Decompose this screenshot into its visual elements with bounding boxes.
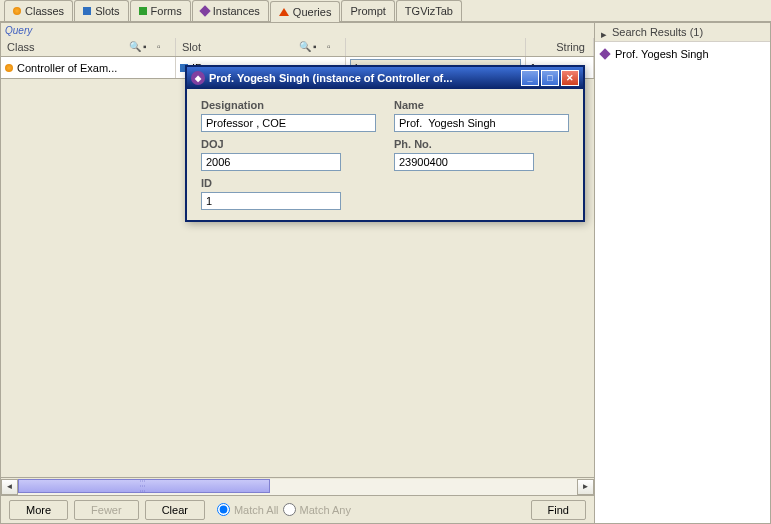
- scroll-track[interactable]: [18, 479, 577, 495]
- instance-icon: [199, 5, 210, 16]
- tab-label: Slots: [95, 5, 119, 17]
- query-icon: [279, 8, 289, 16]
- field-designation: Designation: [201, 99, 376, 132]
- collapse-icon[interactable]: ▸: [601, 28, 609, 36]
- search-results-panel: ▸ Search Results (1) Prof. Yogesh Singh: [595, 22, 771, 524]
- slot-header-icons[interactable]: 🔍▪▫: [299, 41, 339, 53]
- minimize-button[interactable]: _: [521, 70, 539, 86]
- tab-label: Classes: [25, 5, 64, 17]
- doj-input[interactable]: [201, 153, 341, 171]
- scroll-thumb[interactable]: [18, 479, 270, 493]
- match-radio-group: Match All Match Any: [215, 503, 351, 516]
- designation-label: Designation: [201, 99, 376, 111]
- phone-label: Ph. No.: [394, 138, 569, 150]
- tab-label: Prompt: [350, 5, 385, 17]
- designation-input[interactable]: [201, 114, 376, 132]
- class-icon: [5, 64, 13, 72]
- search-results-header: ▸ Search Results (1): [595, 23, 770, 42]
- tab-instances[interactable]: Instances: [192, 0, 269, 21]
- tab-label: Queries: [293, 6, 332, 18]
- header-string: String: [526, 38, 594, 56]
- field-doj: DOJ: [201, 138, 376, 171]
- search-results-list: Prof. Yogesh Singh: [595, 42, 770, 523]
- field-phone: Ph. No.: [394, 138, 569, 171]
- tab-prompt[interactable]: Prompt: [341, 0, 394, 21]
- header-class: Class 🔍▪▫: [1, 38, 176, 56]
- match-all-radio[interactable]: [217, 503, 230, 516]
- tab-label: TGVizTab: [405, 5, 453, 17]
- class-icon: [13, 7, 21, 15]
- search-result-label: Prof. Yogesh Singh: [615, 48, 709, 60]
- dialog-app-icon: ◆: [191, 71, 205, 85]
- dialog-titlebar[interactable]: ◆ Prof. Yogesh Singh (instance of Contro…: [187, 67, 583, 89]
- tab-queries[interactable]: Queries: [270, 1, 341, 22]
- scroll-right-button[interactable]: ►: [577, 479, 594, 495]
- class-header-icons[interactable]: 🔍▪▫: [129, 41, 169, 53]
- field-id: ID: [201, 177, 376, 210]
- name-input[interactable]: [394, 114, 569, 132]
- header-slot: Slot 🔍▪▫: [176, 38, 346, 56]
- slot-icon: [83, 7, 91, 15]
- tab-tgviztab[interactable]: TGVizTab: [396, 0, 462, 21]
- dialog-title-text: Prof. Yogesh Singh (instance of Controll…: [209, 72, 521, 84]
- form-icon: [139, 7, 147, 15]
- instance-icon: [599, 48, 610, 59]
- query-class-cell[interactable]: Controller of Exam...: [1, 57, 176, 78]
- tab-label: Instances: [213, 5, 260, 17]
- tab-forms[interactable]: Forms: [130, 0, 191, 21]
- field-name: Name: [394, 99, 569, 132]
- close-button[interactable]: ✕: [561, 70, 579, 86]
- tab-slots[interactable]: Slots: [74, 0, 128, 21]
- tab-label: Forms: [151, 5, 182, 17]
- clear-button[interactable]: Clear: [145, 500, 205, 520]
- header-op: [346, 38, 526, 56]
- button-bar: More Fewer Clear Match All Match Any Fin…: [1, 495, 594, 523]
- search-results-title: Search Results (1): [612, 26, 703, 38]
- instance-dialog: ◆ Prof. Yogesh Singh (instance of Contro…: [185, 65, 585, 222]
- tab-bar: Classes Slots Forms Instances Queries Pr…: [0, 0, 771, 22]
- fewer-button: Fewer: [74, 500, 139, 520]
- horizontal-scrollbar[interactable]: ◄ ►: [1, 477, 594, 495]
- more-button[interactable]: More: [9, 500, 68, 520]
- scroll-left-button[interactable]: ◄: [1, 479, 18, 495]
- doj-label: DOJ: [201, 138, 376, 150]
- match-any-radio[interactable]: [283, 503, 296, 516]
- search-result-item[interactable]: Prof. Yogesh Singh: [599, 46, 766, 62]
- dialog-body: Designation Name DOJ Ph. No. ID: [187, 89, 583, 220]
- find-button[interactable]: Find: [531, 500, 586, 520]
- maximize-button[interactable]: □: [541, 70, 559, 86]
- id-input[interactable]: [201, 192, 341, 210]
- id-label: ID: [201, 177, 376, 189]
- query-section-label: Query: [1, 23, 594, 38]
- tab-classes[interactable]: Classes: [4, 0, 73, 21]
- phone-input[interactable]: [394, 153, 534, 171]
- name-label: Name: [394, 99, 569, 111]
- query-header: Class 🔍▪▫ Slot 🔍▪▫ String: [1, 38, 594, 57]
